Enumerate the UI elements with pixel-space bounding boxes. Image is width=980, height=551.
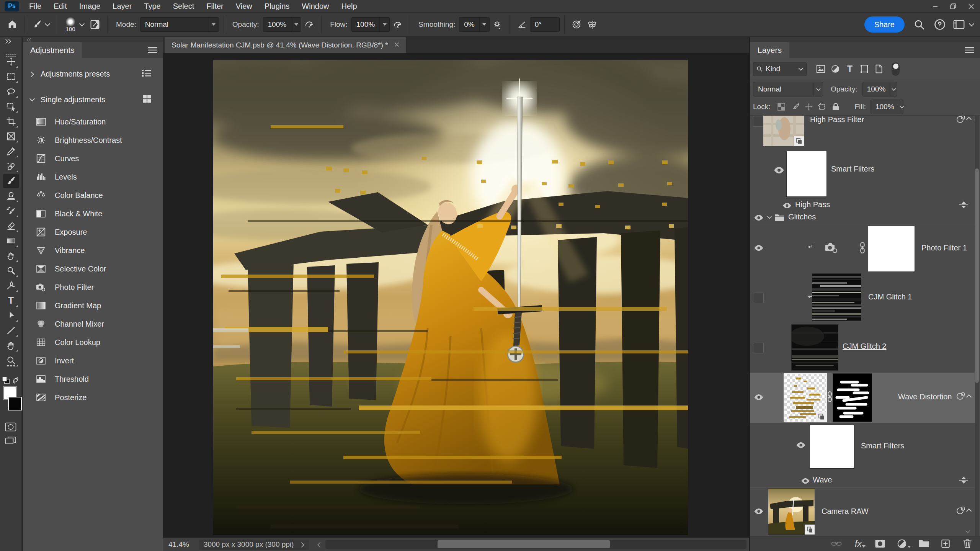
visibility-eye-icon[interactable] bbox=[801, 477, 812, 486]
visibility-eye-icon[interactable] bbox=[754, 394, 765, 402]
photo-filter-layer-icon[interactable] bbox=[825, 242, 838, 253]
visibility-eye-icon[interactable] bbox=[782, 202, 794, 210]
screen-mode-icon[interactable] bbox=[5, 436, 16, 445]
swap-colors-icon[interactable] bbox=[11, 376, 20, 384]
group-name[interactable]: Glitches bbox=[788, 213, 816, 221]
blending-options-icon[interactable] bbox=[959, 476, 969, 484]
toggle-brush-settings-icon[interactable] bbox=[87, 17, 103, 32]
layer-row-glitches-group[interactable]: Glitches bbox=[750, 212, 975, 224]
menu-edit[interactable]: Edit bbox=[47, 0, 73, 13]
filter-smart-objects-icon[interactable] bbox=[873, 63, 885, 75]
layer-name[interactable]: CJM Glitch 1 bbox=[868, 293, 912, 301]
eraser-tool[interactable] bbox=[3, 219, 19, 233]
pressure-size-icon[interactable] bbox=[569, 17, 585, 32]
panel-scroll-down-icon[interactable] bbox=[965, 530, 970, 534]
adjustment-gradient-map[interactable]: Gradient Map bbox=[23, 296, 163, 315]
filter-shape-layers-icon[interactable] bbox=[859, 63, 870, 75]
visibility-eye-icon[interactable] bbox=[774, 167, 785, 175]
filter-kind-dropdown[interactable]: Kind bbox=[753, 62, 807, 76]
visibility-eye-icon[interactable] bbox=[754, 244, 765, 253]
lock-all-icon[interactable] bbox=[830, 101, 841, 113]
layer-row-photo-filter-1[interactable]: Photo Filter 1 bbox=[750, 224, 975, 273]
photoshop-logo[interactable]: Ps bbox=[5, 1, 19, 11]
object-selection-tool[interactable] bbox=[3, 99, 19, 113]
layers-panel-menu-icon[interactable] bbox=[965, 47, 974, 53]
search-icon[interactable] bbox=[911, 17, 927, 32]
line-tool[interactable] bbox=[3, 323, 19, 337]
move-tool[interactable] bbox=[3, 54, 19, 69]
filter-toggle-switch[interactable] bbox=[892, 62, 900, 76]
brush-tool-selected[interactable] bbox=[3, 174, 19, 188]
layer-thumbnail[interactable] bbox=[784, 374, 826, 422]
layer-opacity-dropdown[interactable]: 100% bbox=[862, 82, 897, 96]
brush-tool-chevron-icon[interactable] bbox=[45, 22, 50, 27]
layer-row-smart-filters-1[interactable]: Smart Filters bbox=[750, 148, 975, 200]
blend-mode-dropdown[interactable]: Normal bbox=[140, 17, 219, 32]
smudge-tool[interactable] bbox=[3, 249, 19, 263]
blending-options-icon[interactable] bbox=[959, 201, 969, 209]
layer-fill-dropdown[interactable]: 100% bbox=[871, 100, 903, 114]
menu-window[interactable]: Window bbox=[296, 0, 335, 13]
layer-name[interactable]: Wave Distortion bbox=[898, 392, 952, 401]
layer-blend-mode-dropdown[interactable]: Normal bbox=[753, 82, 823, 96]
adjustment-curves[interactable]: Curves bbox=[23, 149, 163, 168]
brush-angle-field[interactable]: 0° bbox=[530, 17, 560, 32]
adjustment-vibrance[interactable]: Vibrance bbox=[23, 241, 163, 260]
lock-image-icon[interactable] bbox=[790, 101, 802, 113]
brush-tool-icon[interactable] bbox=[29, 17, 45, 32]
layer-row-high-pass-filter[interactable]: High Pass Filter bbox=[750, 116, 975, 150]
grid-view-icon[interactable] bbox=[142, 94, 152, 105]
adjustment-color-lookup[interactable]: Color Lookup bbox=[23, 333, 163, 352]
rectangular-marquee-tool[interactable] bbox=[3, 69, 19, 83]
layer-name[interactable]: Camera RAW bbox=[822, 507, 869, 516]
layer-row-wave[interactable]: Wave bbox=[750, 475, 975, 488]
default-colors-icon[interactable] bbox=[2, 376, 10, 386]
layer-row-smart-filters-2[interactable]: Smart Filters bbox=[750, 423, 975, 475]
layer-thumbnail[interactable] bbox=[792, 325, 838, 370]
path-selection-tool[interactable] bbox=[3, 308, 19, 322]
adjustment-hue-saturation[interactable]: Hue/Saturation bbox=[23, 113, 163, 131]
filter-pixel-layers-icon[interactable] bbox=[815, 63, 826, 75]
opacity-dropdown[interactable]: 100% bbox=[263, 17, 302, 32]
smart-filters-label[interactable]: Smart Filters bbox=[831, 165, 874, 173]
filter-type-layers-icon[interactable]: T bbox=[844, 63, 856, 75]
adjustment-black-white[interactable]: Black & White bbox=[23, 204, 163, 223]
layer-row-wave-distortion-selected[interactable]: Wave Distortion bbox=[750, 373, 975, 423]
smart-filter-toggle-icon[interactable] bbox=[956, 391, 966, 401]
smart-filter-toggle-icon[interactable] bbox=[956, 506, 966, 515]
type-tool[interactable]: T bbox=[3, 293, 19, 307]
crop-tool[interactable] bbox=[3, 114, 19, 128]
zoom-level[interactable]: 41.4% bbox=[168, 540, 189, 549]
adjustments-panel-menu-icon[interactable] bbox=[148, 47, 157, 53]
single-adjustments-section[interactable]: Single adjustments bbox=[23, 92, 163, 107]
menu-help[interactable]: Help bbox=[335, 0, 363, 13]
pen-tool[interactable] bbox=[3, 278, 19, 293]
layers-scrollbar-thumb[interactable] bbox=[975, 168, 979, 383]
add-adjustment-layer-icon[interactable] bbox=[896, 538, 908, 549]
lasso-tool[interactable] bbox=[3, 84, 19, 98]
filter-mask-thumbnail[interactable] bbox=[833, 374, 872, 422]
adjustment-exposure[interactable]: Exposure bbox=[23, 223, 163, 241]
menu-layer[interactable]: Layer bbox=[106, 0, 138, 13]
collapse-effects-chevron-icon[interactable] bbox=[966, 508, 971, 513]
adjustments-presets-section[interactable]: Adjustments presets bbox=[23, 66, 163, 82]
layer-mask-thumbnail[interactable] bbox=[868, 226, 915, 271]
symmetry-butterfly-icon[interactable] bbox=[585, 17, 600, 32]
lock-transparency-icon[interactable] bbox=[776, 101, 787, 113]
help-icon[interactable] bbox=[932, 17, 947, 32]
adjustment-brightness-contrast[interactable]: Brightness/Contrast bbox=[23, 131, 163, 149]
adjustment-posterize[interactable]: Posterize bbox=[23, 388, 163, 407]
layer-thumbnail[interactable] bbox=[763, 116, 804, 146]
menu-select[interactable]: Select bbox=[167, 0, 201, 13]
smoothing-options-gear-icon[interactable] bbox=[490, 17, 505, 32]
layer-row-camera-raw[interactable]: Camera RAW bbox=[750, 488, 975, 536]
filter-name[interactable]: Wave bbox=[813, 476, 832, 484]
hand-tool[interactable] bbox=[3, 338, 19, 352]
smoothing-dropdown[interactable]: 0% bbox=[459, 17, 489, 32]
lock-artboard-icon[interactable] bbox=[816, 101, 828, 113]
adjustment-color-balance[interactable]: Color Balance bbox=[23, 186, 163, 204]
new-layer-icon[interactable] bbox=[940, 538, 951, 549]
adjustment-channel-mixer[interactable]: Channel Mixer bbox=[23, 315, 163, 333]
menu-view[interactable]: View bbox=[230, 0, 258, 13]
layer-thumbnail[interactable] bbox=[768, 489, 815, 535]
